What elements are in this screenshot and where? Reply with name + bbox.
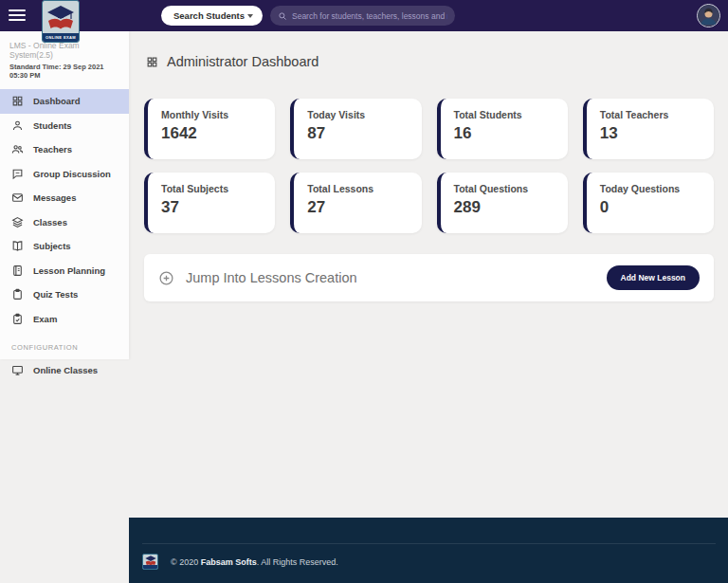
stat-value: 16 <box>454 124 555 143</box>
stat-value: 289 <box>454 198 555 217</box>
stat-card-total-questions: Total Questions 289 <box>437 173 568 233</box>
stat-label: Total Teachers <box>600 109 701 120</box>
sidebar-item-label: Teachers <box>33 144 72 155</box>
lesson-planning-icon <box>11 264 24 277</box>
sidebar-item-lesson-planning[interactable]: Lesson Planning <box>0 259 129 283</box>
stat-label: Total Students <box>454 109 555 120</box>
footer-logo <box>142 554 158 570</box>
graduation-cap-icon <box>45 3 77 33</box>
app-window: Search Students ONLINE EXAM <box>0 0 728 583</box>
sidebar-item-students[interactable]: Students <box>0 114 129 138</box>
footer: © 2020 Fabsam Softs. All Rights Reserved… <box>129 518 728 583</box>
stat-card-monthly-visits: Monthly Visits 1642 <box>144 99 275 159</box>
sidebar-item-label: Classes <box>33 217 67 228</box>
configuration-section-label: CONFIGURATION <box>0 343 129 352</box>
sidebar-item-exam[interactable]: Exam <box>0 307 129 332</box>
logo-text: ONLINE EXAM <box>43 33 79 42</box>
teachers-icon <box>11 143 24 155</box>
stat-card-today-visits: Today Visits 87 <box>290 99 421 159</box>
brand-name: Fabsam Softs <box>201 557 257 567</box>
page-title: Administrator Dashboard <box>167 54 318 69</box>
stat-value: 1642 <box>161 124 262 143</box>
stat-label: Today Questions <box>600 183 701 194</box>
sidebar-item-dashboard[interactable]: Dashboard <box>0 89 129 114</box>
online-classes-icon <box>11 364 24 376</box>
stat-card-total-lessons: Total Lessons 27 <box>290 173 421 233</box>
standard-time: Standard Time: 29 Sep 2021 05:30 PM <box>9 63 119 80</box>
search-input[interactable] <box>292 11 447 21</box>
user-avatar[interactable] <box>697 4 720 27</box>
chevron-down-icon <box>247 14 253 18</box>
sidebar-item-quiz-tests[interactable]: Quiz Tests <box>0 282 129 307</box>
footer-divider <box>142 543 716 544</box>
menu-icon[interactable] <box>9 9 26 22</box>
banner-title: Jump Into Lessons Creation <box>186 270 357 285</box>
quiz-tests-icon <box>11 288 24 301</box>
grid-icon <box>146 56 158 68</box>
exam-icon <box>11 313 24 325</box>
stat-value: 87 <box>307 124 408 143</box>
group-discussion-icon <box>11 168 24 180</box>
sidebar-item-online-classes[interactable]: Online Classes <box>0 358 129 383</box>
global-search <box>270 6 455 26</box>
app-logo[interactable]: ONLINE EXAM <box>42 0 80 43</box>
search-icon <box>278 11 287 21</box>
logo-text <box>143 565 157 569</box>
footer-row: © 2020 Fabsam Softs. All Rights Reserved… <box>142 554 338 570</box>
sidebar: LMS - Online Exam System(2.5) Standard T… <box>0 31 129 359</box>
messages-icon <box>11 191 24 204</box>
sidebar-item-label: Messages <box>33 192 76 203</box>
sidebar-item-subjects[interactable]: Subjects <box>0 234 129 259</box>
stat-value: 27 <box>307 198 408 217</box>
search-filter-label: Search Students <box>173 10 247 21</box>
stat-card-total-students: Total Students 16 <box>437 99 568 159</box>
sidebar-item-teachers[interactable]: Teachers <box>0 137 129 162</box>
plus-circle-icon <box>158 270 174 286</box>
copyright-text: © 2020 Fabsam Softs. All Rights Reserved… <box>171 557 338 567</box>
stat-label: Total Questions <box>454 183 555 194</box>
lms-title: LMS - Online Exam System(2.5) <box>9 41 119 60</box>
sidebar-item-label: Group Discussion <box>33 169 111 179</box>
stat-label: Today Visits <box>307 109 408 120</box>
avatar-image <box>698 5 719 27</box>
stats-grid: Monthly Visits 1642 Today Visits 87 Tota… <box>144 99 714 233</box>
sidebar-item-messages[interactable]: Messages <box>0 186 129 210</box>
top-header-bar: Search Students <box>0 0 728 31</box>
sidebar-item-label: Students <box>33 120 72 131</box>
sidebar-item-label: Dashboard <box>33 96 81 106</box>
sidebar-item-label: Lesson Planning <box>33 265 105 276</box>
students-icon <box>11 119 24 132</box>
page-title-row: Administrator Dashboard <box>146 54 318 69</box>
copyright-prefix: © 2020 <box>171 557 201 567</box>
stat-label: Total Subjects <box>161 183 262 194</box>
stat-label: Total Lessons <box>307 183 408 194</box>
stat-card-total-teachers: Total Teachers 13 <box>583 99 714 159</box>
copyright-suffix: . All Rights Reserved. <box>257 557 338 567</box>
sidebar-item-classes[interactable]: Classes <box>0 210 129 235</box>
stat-value: 37 <box>161 198 262 217</box>
classes-icon <box>11 216 24 228</box>
add-new-lesson-button[interactable]: Add New Lesson <box>607 265 700 290</box>
sidebar-nav: Dashboard Students Teachers Group Discus… <box>0 89 129 383</box>
subjects-icon <box>11 240 24 252</box>
sidebar-item-group-discussion[interactable]: Group Discussion <box>0 162 129 187</box>
stat-card-total-subjects: Total Subjects 37 <box>144 173 275 233</box>
stat-value: 0 <box>600 198 701 217</box>
sidebar-item-label: Quiz Tests <box>33 289 78 300</box>
search-filter-dropdown[interactable]: Search Students <box>161 6 263 26</box>
sidebar-item-label: Subjects <box>33 241 71 251</box>
dashboard-icon <box>11 95 24 107</box>
sidebar-item-label: Online Classes <box>33 365 98 375</box>
sidebar-item-label: Exam <box>33 314 57 324</box>
stat-card-today-questions: Today Questions 0 <box>583 173 714 233</box>
stat-label: Monthly Visits <box>161 109 262 120</box>
stat-value: 13 <box>600 124 701 143</box>
lessons-creation-banner: Jump Into Lessons Creation Add New Lesso… <box>144 254 714 301</box>
